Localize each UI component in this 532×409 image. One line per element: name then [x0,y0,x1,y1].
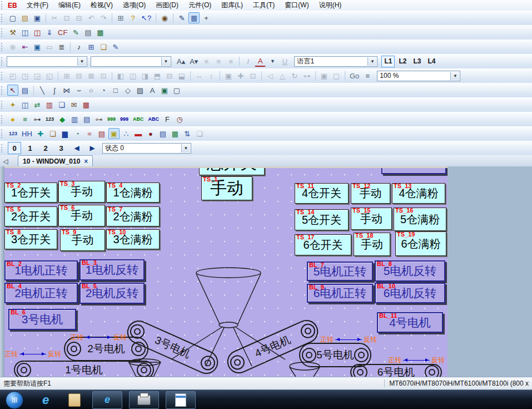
numeric-tag-icon[interactable]: 123 [7,128,19,139]
new-file-icon[interactable]: ▢ [7,12,18,23]
pie-tool-icon[interactable]: ◔ [98,85,109,96]
word-lamp-icon[interactable]: ≡ [19,114,31,125]
menu-item-f[interactable]: 文件(F) [22,0,53,11]
schedule-icon[interactable]: ▦ [170,128,181,139]
font-color-icon[interactable]: A [255,56,266,67]
edit-macro-icon[interactable]: ✎ [70,27,81,38]
design-canvas[interactable]: 总开关 [4,168,448,377]
system-settings-icon[interactable]: ⚒ [7,27,18,38]
find-icon[interactable]: ◉ [159,12,170,23]
object-properties-icon[interactable]: ▤ [19,85,31,96]
toggle-switch-ts_7[interactable]: TS_72仓满粉 [106,206,160,226]
bit-lamp-bl_4[interactable]: BL_42电机正转 [4,283,78,303]
address-grid-icon[interactable]: ⊞ [86,41,97,52]
bit-lamp-bl_11[interactable]: BL_114号电机 [377,312,443,333]
chevron-down-icon[interactable]: ▼ [367,57,376,66]
key-object-icon[interactable]: ⊶ [93,114,105,125]
picture-view-icon[interactable]: ▣ [108,128,120,139]
start-button[interactable]: ⊞ [6,391,23,409]
toggle-switch-ts_5[interactable]: TS_52仓开关 [4,206,57,226]
history-table-icon[interactable]: ▤ [96,128,107,139]
font-enlarge-icon[interactable]: A▴ [175,56,187,67]
offline-simulation-icon[interactable]: ◫ [32,27,43,38]
moving-shape-icon[interactable]: ✚ [35,128,46,139]
toggle-switch-ts_9[interactable]: TS_9手动 [60,229,105,251]
language-level-l2[interactable]: L2 [396,56,409,67]
state-button-1[interactable]: 1 [23,142,37,154]
set-bit-icon[interactable]: ◆ [57,114,68,125]
snap-icon[interactable]: + [201,12,212,23]
polygon-tool-icon[interactable]: ◇ [122,85,133,96]
toolbar-grip[interactable] [1,57,4,66]
print-icon[interactable]: ⊞ [115,12,126,23]
alarm-display-icon[interactable]: ● [145,128,156,139]
menu-item-o[interactable]: 元件(O) [183,0,216,11]
mail-stamp-icon[interactable]: ✉ [68,99,79,110]
text-tool-icon[interactable]: A [147,85,158,96]
ascii-input-icon[interactable]: ABC [147,114,161,125]
scale-tool-icon[interactable]: ▨ [135,85,146,96]
state-combo[interactable]: 状态 0▼ [102,143,191,154]
menu-item-d[interactable]: 画图(D) [151,0,183,11]
time-tag-icon[interactable]: HH [20,128,34,139]
toolbar-grip[interactable] [1,130,4,138]
tab-window-010[interactable]: 10 - WINDOW_010 × [18,155,93,166]
animation-icon[interactable]: ❏ [47,128,58,139]
bezier-tool-icon[interactable]: ʃ [49,85,60,96]
select-cursor-icon[interactable]: ↖ [7,85,18,96]
tab-scroll-left-icon[interactable]: ◁ [1,157,10,166]
toggle-switch-ts_6[interactable]: TS_6手动 [58,205,105,226]
toolbar-grip[interactable] [1,72,4,80]
toolbar-grip[interactable] [1,14,4,22]
user-password-icon[interactable]: ✦ [7,99,18,110]
toggle-switch-ts_13[interactable]: TS_134仓满粉 [392,183,445,204]
state-button-0[interactable]: 0 [8,142,21,154]
function-key-icon[interactable]: F [162,114,173,125]
language-level-l1[interactable]: L1 [381,56,395,67]
toggle-switch-ts_15[interactable]: TS_15手动 [351,208,392,230]
toggle-switch-ts_2[interactable]: TS_21仓开关 [4,183,57,203]
taskbar-ie-window[interactable]: e [92,391,122,409]
download-icon[interactable]: ⇓ [44,27,55,38]
alarm-bar-icon[interactable]: ▬ [133,128,144,139]
toggle-switch-ts_14[interactable]: TS_145仓开关 [295,209,349,230]
menu-item-v[interactable]: 检视(V) [86,0,118,11]
menu-item-w[interactable]: 窗口(W) [280,0,314,11]
picture-library-icon[interactable]: ▣ [32,41,43,52]
tab-close-icon[interactable]: × [84,157,88,165]
language-level-l4[interactable]: L4 [425,56,438,67]
toggle-switch-ts_17[interactable]: TS_176仓开关 [295,234,351,255]
toggle-switch-ts_12[interactable]: TS_12手动 [351,183,390,204]
taskbar-printer-window[interactable] [129,391,159,409]
context-help-icon[interactable]: ↖? [140,12,153,23]
line-tool-icon[interactable]: ╲ [37,85,48,96]
scatter-xy-icon[interactable]: ∴ [121,128,132,139]
font-attr-combo[interactable]: ▼ [91,56,171,67]
language-level-l3[interactable]: L3 [410,56,424,67]
zoom-combo[interactable]: 100 %▼ [377,71,460,81]
toggle-switch-ts_16[interactable]: TS_165仓满粉 [394,208,446,231]
toolbar-grip[interactable] [1,86,4,95]
go-icon[interactable]: Go [348,70,361,81]
cf-card-icon[interactable]: CF [56,27,69,38]
bit-lamp-bl_9[interactable]: BL_96电机正转 [307,284,373,303]
font-shrink-icon[interactable]: A▾ [188,56,200,67]
layer-icon[interactable]: ≡ [362,70,373,81]
toolbar-grip[interactable] [1,1,4,9]
frame-tool-icon[interactable]: ▢ [171,85,182,96]
partial-master-switch-button[interactable]: 总开关 [199,168,265,175]
calendar-grid-icon[interactable]: ▦ [81,99,92,110]
menu-item-l[interactable]: 图库(L) [216,0,248,11]
bit-lamp-icon[interactable]: ● [7,114,18,125]
toggle-switch-ts_18[interactable]: TS_18手动 [354,233,390,256]
open-file-icon[interactable]: ▤ [19,12,31,23]
window-object-icon[interactable]: ▤ [81,114,92,125]
toolbar-grip[interactable] [1,43,4,51]
state-prev-icon[interactable]: ◀ [70,142,83,154]
chevron-down-icon[interactable]: ▼ [181,144,190,152]
menu-item-h[interactable]: 说明(H) [314,0,347,11]
toolbar-grip[interactable] [1,144,4,152]
bit-switch-icon[interactable]: ⊶ [32,114,43,125]
data-transfer-obj-icon[interactable]: ⇅ [182,128,193,139]
menu-item-e[interactable]: 编辑(E) [53,0,86,11]
